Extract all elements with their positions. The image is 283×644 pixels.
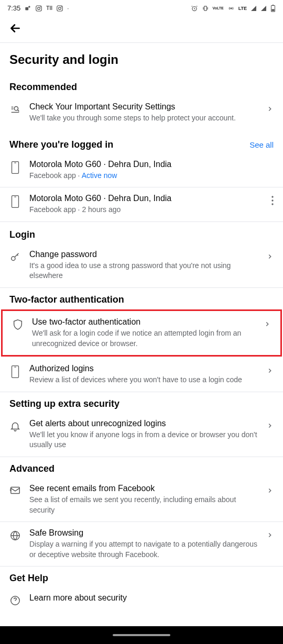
section-title: Get Help: [9, 573, 48, 584]
svg-point-20: [12, 257, 15, 260]
svg-rect-16: [12, 196, 19, 208]
row-title: Change password: [29, 250, 258, 259]
more-icon[interactable]: [271, 196, 274, 205]
svg-point-3: [38, 7, 40, 9]
section-login: Login: [0, 222, 283, 243]
row-use-two-factor[interactable]: Use two-factor authentication We'll ask …: [3, 311, 280, 355]
row-subtitle: Facebook app · Active now: [29, 171, 274, 181]
section-advanced: Advanced: [0, 457, 283, 478]
row-check-security[interactable]: Check Your Important Security Settings W…: [0, 96, 283, 130]
row-learn-more[interactable]: Learn more about security: [0, 587, 283, 609]
phone-icon: [9, 365, 21, 379]
section-title: Advanced: [9, 463, 55, 474]
chevron-right-icon: [266, 531, 274, 539]
row-subtitle: We'll take you through some steps to hel…: [29, 113, 258, 124]
phone-icon: [9, 195, 21, 208]
row-title: Authorized logins: [29, 364, 258, 373]
svg-point-18: [271, 199, 273, 201]
svg-point-1: [28, 6, 30, 8]
section-title: Setting up extra security: [9, 398, 119, 409]
search-list-icon: [9, 103, 21, 116]
phone-icon: [9, 161, 21, 174]
status-time: 7:35: [7, 4, 20, 12]
row-subtitle: Facebook app · 2 hours ago: [29, 205, 263, 215]
section-two-factor: Two-factor authentication: [0, 288, 283, 308]
svg-rect-9: [204, 6, 206, 10]
row-title: Safe Browsing: [29, 528, 258, 538]
section-get-help: Get Help: [0, 567, 283, 587]
svg-rect-21: [12, 366, 19, 378]
row-authorized-logins[interactable]: Authorized logins Review a list of devic…: [0, 358, 283, 392]
row-title: Use two-factor authentication: [32, 317, 255, 327]
nav-pill[interactable]: [113, 634, 170, 636]
svg-point-4: [40, 6, 41, 7]
svg-rect-0: [26, 7, 29, 10]
chevron-right-icon: [266, 253, 274, 260]
row-subtitle: See a list of emails we sent you recentl…: [29, 495, 258, 515]
nav-bar: [0, 626, 283, 644]
row-title: Motorola Moto G60 · Dehra Dun, India: [29, 160, 274, 169]
dot-icon: ·: [67, 4, 69, 12]
shield-icon: [12, 318, 24, 331]
row-get-alerts[interactable]: Get alerts about unrecognized logins We'…: [0, 413, 283, 457]
signal-icon-1: [251, 5, 257, 12]
row-title: Learn more about security: [29, 593, 274, 603]
section-title: Two-factor authentication: [9, 294, 124, 305]
row-title: Get alerts about unrecognized logins: [29, 419, 258, 428]
svg-rect-13: [272, 9, 275, 11]
section-logged-in: Where you're logged in See all: [0, 130, 283, 153]
section-recommended: Recommended: [0, 77, 283, 96]
battery-icon: [270, 5, 276, 12]
row-subtitle: It's a good idea to use a strong passwor…: [29, 261, 258, 281]
chevron-right-icon: [266, 487, 274, 494]
alarm-icon: [191, 5, 198, 12]
chevron-right-icon: [264, 320, 271, 328]
back-button[interactable]: [8, 21, 275, 35]
chevron-right-icon: [266, 422, 274, 429]
question-icon: [9, 594, 21, 607]
lte-label: LTE: [238, 6, 247, 11]
section-extra-security: Setting up extra security: [0, 392, 283, 413]
status-right: VoLTE LTE: [191, 5, 276, 12]
svg-point-7: [61, 6, 62, 7]
svg-rect-22: [11, 487, 20, 493]
svg-rect-12: [273, 5, 274, 5]
section-title: Login: [9, 229, 35, 240]
hotspot-icon: [227, 5, 235, 12]
svg-point-14: [14, 107, 18, 110]
row-subtitle: We'll ask for a login code if we notice …: [32, 328, 255, 349]
see-all-link[interactable]: See all: [249, 140, 274, 149]
volte-icon: VoLTE: [213, 6, 224, 10]
row-title: See recent emails from Facebook: [29, 484, 258, 493]
row-title: Motorola Moto G60 · Dehra Dun, India: [29, 194, 263, 203]
header: [0, 16, 283, 42]
envelope-icon: [9, 485, 21, 495]
highlight-box: Use two-factor authentication We'll ask …: [1, 309, 282, 357]
row-change-password[interactable]: Change password It's a good idea to use …: [0, 243, 283, 287]
signal-icon-2: [260, 5, 267, 12]
row-device-past[interactable]: Motorola Moto G60 · Dehra Dun, India Fac…: [0, 187, 283, 221]
status-left: 7:35 TII ·: [7, 4, 69, 12]
row-title: Check Your Important Security Settings: [29, 102, 258, 112]
status-bar: 7:35 TII · VoLTE LTE: [0, 0, 283, 16]
key-icon: [9, 251, 21, 263]
svg-point-6: [59, 7, 61, 9]
chevron-right-icon: [266, 367, 274, 374]
instagram-icon: [35, 5, 42, 12]
svg-rect-15: [12, 161, 19, 173]
row-recent-emails[interactable]: See recent emails from Facebook See a li…: [0, 478, 283, 521]
vibrate-icon: [202, 5, 209, 12]
globe-icon: [9, 529, 21, 542]
row-subtitle: Display a warning if you attempt to navi…: [29, 539, 258, 560]
section-title: Where you're logged in: [9, 139, 113, 150]
teams-icon: [24, 5, 31, 12]
row-safe-browsing[interactable]: Safe Browsing Display a warning if you a…: [0, 522, 283, 566]
svg-point-19: [271, 203, 273, 205]
bell-icon: [9, 420, 21, 432]
instagram-icon-2: [56, 5, 63, 12]
truecaller-icon: TII: [46, 5, 52, 11]
row-subtitle: Review a list of devices where you won't…: [29, 375, 258, 385]
svg-point-17: [271, 196, 273, 197]
row-device-active[interactable]: Motorola Moto G60 · Dehra Dun, India Fac…: [0, 153, 283, 187]
row-subtitle: We'll let you know if anyone logs in fro…: [29, 430, 258, 450]
